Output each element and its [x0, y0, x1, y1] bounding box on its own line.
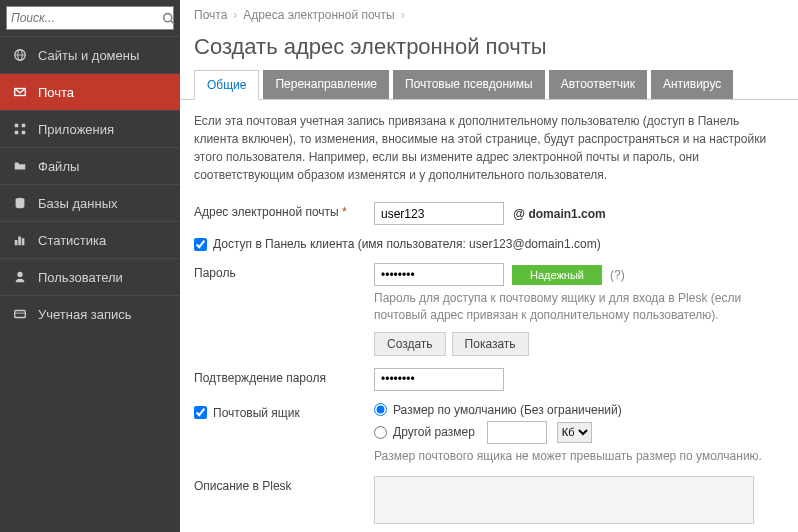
svg-line-1	[171, 20, 174, 23]
unit-select[interactable]: Кб	[557, 422, 592, 443]
svg-rect-8	[15, 131, 19, 135]
nav-account[interactable]: Учетная запись	[0, 295, 180, 332]
tab-forwarding[interactable]: Перенаправление	[263, 70, 389, 99]
svg-rect-6	[15, 124, 19, 128]
svg-rect-11	[15, 240, 18, 245]
svg-rect-12	[18, 237, 21, 246]
nav: Сайты и домены Почта Приложения Файлы Ба…	[0, 36, 180, 332]
breadcrumb-item[interactable]: Адреса электронной почты	[243, 8, 394, 22]
sidebar: Сайты и домены Почта Приложения Файлы Ба…	[0, 0, 180, 532]
chevron-right-icon: ›	[401, 8, 405, 22]
size-input[interactable]	[487, 421, 547, 444]
stats-icon	[12, 232, 28, 248]
nav-label: Файлы	[38, 159, 79, 174]
password-input[interactable]	[374, 263, 504, 286]
tabs: Общие Перенаправление Почтовые псевдоним…	[180, 70, 798, 100]
search-icon[interactable]	[162, 12, 175, 25]
svg-rect-15	[15, 311, 26, 318]
nav-label: Приложения	[38, 122, 114, 137]
apps-icon	[12, 121, 28, 137]
tab-general[interactable]: Общие	[194, 70, 259, 100]
row-mailbox: Почтовый ящик Размер по умолчанию (Без о…	[194, 397, 784, 471]
breadcrumb: Почта › Адреса электронной почты ›	[180, 0, 798, 30]
label-password: Пароль	[194, 263, 374, 280]
main: Почта › Адреса электронной почты › Созда…	[180, 0, 798, 532]
nav-stats[interactable]: Статистика	[0, 221, 180, 258]
nav-label: Учетная запись	[38, 307, 132, 322]
tab-aliases[interactable]: Почтовые псевдонимы	[393, 70, 545, 99]
label-mailbox: Почтовый ящик	[194, 403, 374, 420]
svg-rect-9	[22, 131, 26, 135]
label-description: Описание в Plesk	[194, 476, 374, 493]
row-confirm: Подтверждение пароля	[194, 362, 784, 397]
mail-icon	[12, 84, 28, 100]
search-input[interactable]	[11, 11, 162, 25]
nav-apps[interactable]: Приложения	[0, 110, 180, 147]
nav-users[interactable]: Пользователи	[0, 258, 180, 295]
database-icon	[12, 195, 28, 211]
svg-point-14	[17, 272, 22, 277]
show-button[interactable]: Показать	[452, 332, 529, 356]
row-password: Пароль Надежный (?) Пароль для доступа к…	[194, 257, 784, 362]
size-default-radio[interactable]	[374, 403, 387, 416]
nav-files[interactable]: Файлы	[0, 147, 180, 184]
breadcrumb-item[interactable]: Почта	[194, 8, 227, 22]
nav-mail[interactable]: Почта	[0, 73, 180, 110]
page-title: Создать адрес электронной почты	[180, 30, 798, 70]
user-icon	[12, 269, 28, 285]
access-checkbox[interactable]	[194, 238, 207, 251]
search-wrap	[0, 0, 180, 36]
nav-sites[interactable]: Сайты и домены	[0, 36, 180, 73]
row-email: Адрес электронной почты * @ domain1.com	[194, 196, 784, 231]
nav-label: Пользователи	[38, 270, 123, 285]
svg-rect-7	[22, 124, 26, 128]
size-other-radio[interactable]	[374, 426, 387, 439]
globe-icon	[12, 47, 28, 63]
chevron-right-icon: ›	[233, 8, 237, 22]
svg-point-0	[164, 13, 172, 21]
search-box[interactable]	[6, 6, 174, 30]
domain-suffix: @ domain1.com	[513, 207, 605, 221]
password-strength: Надежный	[512, 265, 602, 285]
confirm-password-input[interactable]	[374, 368, 504, 391]
row-access: Доступ в Панель клиента (имя пользовател…	[194, 231, 784, 257]
svg-rect-13	[22, 238, 25, 245]
nav-db[interactable]: Базы данных	[0, 184, 180, 221]
form: Адрес электронной почты * @ domain1.com …	[180, 196, 798, 532]
folder-icon	[12, 158, 28, 174]
description-textarea[interactable]	[374, 476, 754, 524]
tab-autoresponder[interactable]: Автоответчик	[549, 70, 647, 99]
email-input[interactable]	[374, 202, 504, 225]
nav-label: Сайты и домены	[38, 48, 139, 63]
card-icon	[12, 306, 28, 322]
size-hint: Размер почтового ящика не может превышат…	[374, 448, 784, 465]
nav-label: Базы данных	[38, 196, 118, 211]
generate-button[interactable]: Создать	[374, 332, 446, 356]
label-email: Адрес электронной почты *	[194, 202, 374, 219]
nav-label: Статистика	[38, 233, 106, 248]
label-confirm: Подтверждение пароля	[194, 368, 374, 385]
description-text: Если эта почтовая учетная запись привяза…	[180, 100, 798, 196]
tab-antivirus[interactable]: Антивирус	[651, 70, 733, 99]
nav-label: Почта	[38, 85, 74, 100]
password-hint: Пароль для доступа к почтовому ящику и д…	[374, 290, 784, 324]
mailbox-checkbox[interactable]	[194, 406, 207, 419]
size-other-label: Другой размер	[393, 425, 475, 439]
label-access: Доступ в Панель клиента (имя пользовател…	[213, 237, 601, 251]
size-default-label: Размер по умолчанию (Без ограничений)	[393, 403, 622, 417]
help-icon[interactable]: (?)	[610, 268, 625, 282]
row-description: Описание в Plesk Это описание видно всем…	[194, 470, 784, 532]
